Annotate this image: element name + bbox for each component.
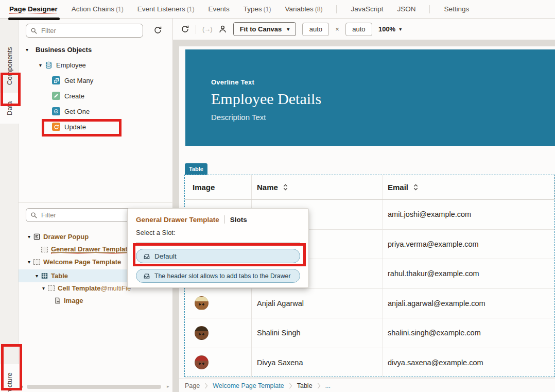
data-filter-box [26, 24, 143, 38]
structure-node-general-drawer-template[interactable]: General Drawer Template [41, 245, 131, 254]
refresh-icon [52, 123, 60, 131]
tree-node-update[interactable]: Update [52, 122, 86, 132]
email-cell: rahul.thakur@example.com [383, 259, 554, 288]
hero-overline: Overline Text [211, 78, 555, 86]
fit-to-canvas-dropdown[interactable]: Fit to Canvas▾ [233, 22, 297, 36]
slot-option-header[interactable]: The header slot allows to add tabs to th… [136, 269, 300, 283]
breadcrumb-chevron-icon [317, 383, 321, 389]
avatar [195, 296, 209, 310]
tree-node-business-objects[interactable]: ▾ Business Objects [26, 44, 92, 55]
slot-option-default[interactable]: Default [136, 249, 300, 263]
chevron-down-icon[interactable]: ▾ [39, 62, 42, 68]
scrollbar-thumb[interactable] [27, 385, 161, 389]
chevron-down-icon[interactable]: ▾ [36, 273, 38, 279]
structure-filter-input[interactable] [41, 211, 129, 219]
structure-node-cell-template[interactable]: ▾ Cell Template@multiFie [42, 284, 131, 293]
structure-node-welcome-page-template[interactable]: ▾ Welcome Page Template [28, 258, 121, 266]
drawer-popup-icon [33, 233, 40, 240]
avatar [195, 326, 209, 340]
popup-divider-line [136, 242, 300, 243]
breadcrumb-table[interactable]: Table [297, 382, 313, 389]
tree-node-employee[interactable]: ▾ Employee [39, 60, 86, 70]
left-panel: ▾ Business Objects ▾ Employee Get Many C… [19, 19, 173, 392]
zoom-level-dropdown[interactable]: 100%▾ [378, 25, 402, 33]
tree-node-get-one[interactable]: Get One [52, 106, 90, 116]
table-row[interactable]: Shalini Singh shalini.singh@example.com [185, 318, 554, 348]
tab-count: (1) [187, 6, 195, 13]
sort-icon[interactable] [283, 183, 288, 191]
tree-node-create[interactable]: Create [52, 91, 84, 101]
tab-types[interactable]: Types(1) [244, 5, 271, 13]
email-cell: anjali.agarwal@example.com [383, 289, 554, 318]
search-icon [30, 212, 38, 219]
structure-node-image[interactable]: Image [55, 296, 83, 305]
tab-action-chains[interactable]: Action Chains(1) [72, 5, 124, 13]
breadcrumb-page[interactable]: Page [185, 382, 200, 389]
breadcrumb-chevron-icon [204, 383, 208, 389]
tab-settings[interactable]: Settings [444, 5, 469, 13]
chevron-down-icon[interactable]: ▾ [26, 47, 28, 53]
tab-page-designer[interactable]: Page Designer [9, 5, 58, 13]
canvas-toolbar: (→) Fit to Canvas▾ × 100%▾ [173, 19, 555, 40]
get-many-icon [52, 76, 60, 84]
user-persona-icon[interactable] [218, 25, 227, 33]
table-selection-badge[interactable]: Table [185, 163, 207, 175]
structure-node-table[interactable]: ▾ Table [36, 271, 68, 280]
structure-node-drawer-popup[interactable]: ▾ Drawer Popup [28, 232, 89, 241]
column-header-email[interactable]: Email [383, 175, 554, 199]
canvas-refresh-button[interactable] [181, 25, 189, 33]
email-cell: amit.joshi@example.com [383, 200, 554, 229]
tab-javascript[interactable]: JavaScript [351, 5, 383, 13]
data-filter-input[interactable] [41, 27, 129, 35]
tab-event-listeners[interactable]: Event Listeners(1) [137, 5, 195, 13]
chevron-down-icon: ▾ [399, 26, 402, 32]
canvas-height-input[interactable] [345, 23, 372, 36]
toolbar-separator [196, 25, 196, 34]
name-cell: Anjali Agarwal [252, 289, 383, 318]
email-cell: shalini.singh@example.com [383, 318, 554, 348]
tab-separator [429, 5, 430, 13]
dimensions-times-label: × [335, 25, 339, 33]
page-designer-window: Page Designer Action Chains(1) Event Lis… [0, 0, 555, 392]
tree-node-get-many[interactable]: Get Many [52, 75, 93, 86]
table-row[interactable]: Anjali Agarwal anjali.agarwal@example.co… [185, 289, 554, 319]
chevron-down-icon: ▾ [287, 26, 289, 32]
chevron-down-icon[interactable]: ▾ [28, 259, 30, 265]
hero-description: Description Text [211, 113, 555, 122]
canvas-width-input[interactable] [302, 23, 329, 36]
popup-prompt: Select a Slot: [136, 229, 300, 236]
column-header-name[interactable]: Name [252, 175, 383, 199]
breadcrumb-ellipsis[interactable]: ... [325, 382, 331, 389]
rail-tab-components[interactable]: Components [0, 39, 19, 93]
tab-count: (1) [116, 6, 124, 13]
scroll-right-arrow[interactable]: ▸ [167, 384, 169, 389]
chevron-down-icon[interactable]: ▾ [28, 234, 30, 240]
chevron-down-icon[interactable]: ▾ [42, 285, 45, 291]
popup-title-divider [224, 215, 225, 224]
top-tab-bar: Page Designer Action Chains(1) Event Lis… [0, 0, 555, 19]
tab-variables[interactable]: Variables(8) [285, 5, 322, 13]
scroll-left-arrow[interactable]: ◂ [21, 384, 23, 389]
rail-tab-data[interactable]: Data [0, 93, 19, 124]
panel-horizontal-scrollbar: ◂ ▸ [19, 384, 173, 390]
sort-icon[interactable] [413, 183, 419, 191]
live-mode-arrow-icon[interactable]: (→) [202, 25, 212, 33]
popup-template-link[interactable]: General Drawer Template [136, 216, 219, 224]
email-cell: divya.saxena@example.com [383, 348, 554, 378]
template-icon [33, 259, 40, 265]
slot-tray-icon [143, 253, 150, 260]
table-row[interactable]: Divya Saxena divya.saxena@example.com [185, 348, 554, 378]
table-header-row: Image Name Email [185, 175, 554, 200]
avatar [195, 355, 209, 369]
tab-events[interactable]: Events [209, 5, 230, 13]
popup-slots-label: Slots [230, 216, 247, 224]
page-hero-header[interactable]: Overline Text Employee Details Descripti… [185, 49, 555, 146]
slots-popup: General Drawer Template Slots Select a S… [127, 208, 309, 288]
breadcrumb-welcome-page-template[interactable]: Welcome Page Template [213, 382, 284, 389]
pencil-icon [52, 92, 60, 100]
data-refresh-button[interactable] [153, 26, 162, 35]
column-header-image[interactable]: Image [185, 175, 252, 199]
cell-template-suffix: @multiFie [101, 284, 131, 292]
rail-tab-structure[interactable]: Structure [0, 364, 19, 392]
tab-json[interactable]: JSON [397, 5, 415, 13]
